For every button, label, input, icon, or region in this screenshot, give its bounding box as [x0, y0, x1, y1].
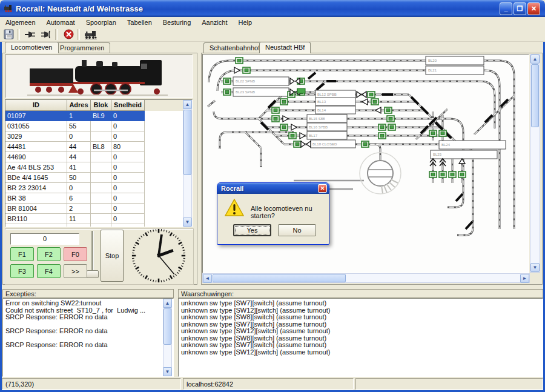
minimize-button[interactable]: _	[500, 2, 512, 15]
menu-item-spoorplan[interactable]: Spoorplan	[81, 18, 122, 27]
plan-hscrollbar[interactable]: ◄ ►	[202, 273, 530, 283]
exception-line: SRCP Response: ERROR no data	[5, 314, 173, 321]
locomotive-button[interactable]	[84, 28, 97, 41]
menu-item-besturing[interactable]: Besturing	[157, 18, 196, 27]
menu-item-help[interactable]: Help	[233, 18, 257, 27]
scroll-left-icon[interactable]: ◄	[203, 274, 212, 283]
rocrail-window: Rocrail: Neustadt a/d Weinstrasse _ ❐ ✕ …	[0, 0, 545, 392]
emergency-stop-button[interactable]	[62, 28, 75, 41]
exception-line: Error on switching SW22:turnout	[5, 300, 173, 307]
block-label: BL20	[428, 59, 437, 62]
table-scrollbar[interactable]: ▲ ▼	[183, 100, 192, 227]
table-cell: 0	[111, 131, 145, 142]
no-button[interactable]: No	[278, 224, 316, 236]
table-cell: 50	[67, 173, 91, 183]
menu-item-tabellen[interactable]: Tabellen	[122, 18, 157, 27]
table-row[interactable]: Ae 4/4 BLS 253410	[5, 162, 192, 173]
scrollbar-thumb[interactable]	[213, 274, 346, 282]
table-row[interactable]: 4448144BL880	[5, 142, 192, 152]
scroll-right-icon[interactable]: ►	[520, 274, 529, 283]
table-row[interactable]: BR110110	[5, 214, 192, 224]
excepties-panel[interactable]: Error on switching SW22:turnoutCould not…	[2, 298, 174, 377]
block-label: BL21	[428, 68, 437, 72]
toolbar-separator	[78, 29, 80, 40]
table-cell: 44	[67, 142, 91, 152]
plan-vscrollbar[interactable]: ▲ ▼	[530, 54, 540, 273]
save-button[interactable]	[2, 28, 15, 41]
window-title: Rocrail: Neustadt a/d Weinstrasse	[16, 4, 143, 13]
menu-item-algemeen[interactable]: Algemeen	[0, 18, 41, 27]
table-cell	[91, 193, 111, 204]
table-cell: 0	[111, 152, 145, 162]
column-header-blok[interactable]: Blok	[91, 100, 111, 111]
scroll-up-icon[interactable]: ▲	[163, 299, 172, 308]
exception-line: SRCP Response: ERROR no data	[5, 328, 173, 335]
fn-button-f4[interactable]: F4	[37, 264, 61, 278]
block-label: BL24	[441, 143, 451, 147]
table-header: IDAdresBlokSnelheid	[5, 100, 192, 111]
tab-neustadt-hbf[interactable]: Neustadt HBf	[259, 42, 311, 53]
waarschuwingen-panel[interactable]: unknown sw type [SW7][switch] (assume tu…	[178, 298, 543, 377]
locomotive-table[interactable]: IDAdresBlokSnelheid 010971BL900310555503…	[5, 99, 193, 227]
table-cell: 41	[67, 162, 91, 173]
table-row[interactable]: BR 8100420	[5, 204, 192, 214]
block-label: BL16 S7BB	[309, 125, 328, 129]
excepties-scrollbar[interactable]: ▲ ▼	[163, 299, 172, 376]
table-cell: 44481	[5, 142, 67, 152]
tab-locomotieven[interactable]: Locomotieven	[5, 42, 59, 53]
speed-slider-handle[interactable]	[87, 270, 99, 278]
maximize-button[interactable]: ❐	[514, 2, 526, 15]
table-cell	[91, 214, 111, 224]
yes-button[interactable]: Yes	[233, 224, 271, 236]
table-cell: 1	[67, 111, 91, 121]
scroll-down-icon[interactable]: ▼	[530, 263, 540, 272]
steam-locomotive-image	[5, 55, 192, 98]
scroll-down-icon[interactable]: ▼	[183, 218, 192, 227]
scrollbar-thumb[interactable]	[183, 110, 191, 175]
table-cell	[91, 204, 111, 214]
table-row[interactable]: 031055550	[5, 121, 192, 131]
table-row[interactable]: 44690440	[5, 152, 192, 162]
scrollbar-thumb[interactable]	[164, 308, 171, 345]
scroll-up-icon[interactable]: ▲	[530, 55, 540, 64]
table-row[interactable]: BR 23 2301400	[5, 183, 192, 193]
table-row[interactable]: BDe 4/4 1645500	[5, 173, 192, 183]
table-row[interactable]: 010971BL90	[5, 111, 192, 121]
scroll-down-icon[interactable]: ▼	[163, 367, 172, 376]
fn-button-f1[interactable]: F1	[10, 247, 34, 261]
block-label: BL25	[433, 153, 442, 156]
speed-slider-track[interactable]	[91, 231, 94, 274]
tab-schattenbahnhof[interactable]: Schattenbahnhof	[203, 42, 266, 53]
throttle-group: 0 F1F2F0F3F4>> Stop	[5, 228, 194, 285]
scrollbar-thumb[interactable]	[531, 64, 539, 127]
fn-button-f3[interactable]: F3	[10, 264, 34, 278]
dialog-close-icon[interactable]: ✕	[318, 184, 327, 193]
column-header-id[interactable]: ID	[5, 100, 67, 111]
stop-button[interactable]: Stop	[101, 230, 124, 282]
titlebar[interactable]: Rocrail: Neustadt a/d Weinstrasse _ ❐ ✕	[0, 0, 545, 17]
menu-item-automaat[interactable]: Automaat	[41, 18, 81, 27]
close-button[interactable]: ✕	[527, 2, 540, 15]
table-row[interactable]: BR 3860	[5, 193, 192, 204]
warning-line: unknown sw type [SW8][switch] (assume tu…	[181, 314, 543, 321]
column-header-adres[interactable]: Adres	[67, 100, 91, 111]
speed-display[interactable]: 0	[10, 233, 79, 245]
table-cell: 0	[111, 193, 145, 204]
table-cell: 5	[67, 224, 91, 227]
fn-button-f0[interactable]: F0	[64, 247, 87, 261]
power-connect-button[interactable]	[24, 28, 38, 41]
fn-button-f2[interactable]: F2	[37, 247, 61, 261]
table-row[interactable]: 302900	[5, 131, 192, 142]
power-disconnect-button[interactable]	[39, 28, 53, 41]
loco-occupancy-marker	[297, 88, 305, 93]
scroll-up-icon[interactable]: ▲	[183, 100, 192, 109]
tab-programmeren[interactable]: Programmeren	[54, 42, 110, 53]
table-cell: 55	[67, 121, 91, 131]
menubar: AlgemeenAutomaatSpoorplanTabellenBesturi…	[0, 17, 545, 27]
dialog-titlebar[interactable]: Rocrail	[217, 183, 329, 194]
menu-item-aanzicht[interactable]: Aanzicht	[196, 18, 233, 27]
column-header-snelheid[interactable]: Snelheid	[111, 100, 145, 111]
table-cell	[91, 162, 111, 173]
fn-button-more[interactable]: >>	[64, 264, 87, 278]
table-cell: Ae 4/4 BLS 253	[5, 162, 67, 173]
